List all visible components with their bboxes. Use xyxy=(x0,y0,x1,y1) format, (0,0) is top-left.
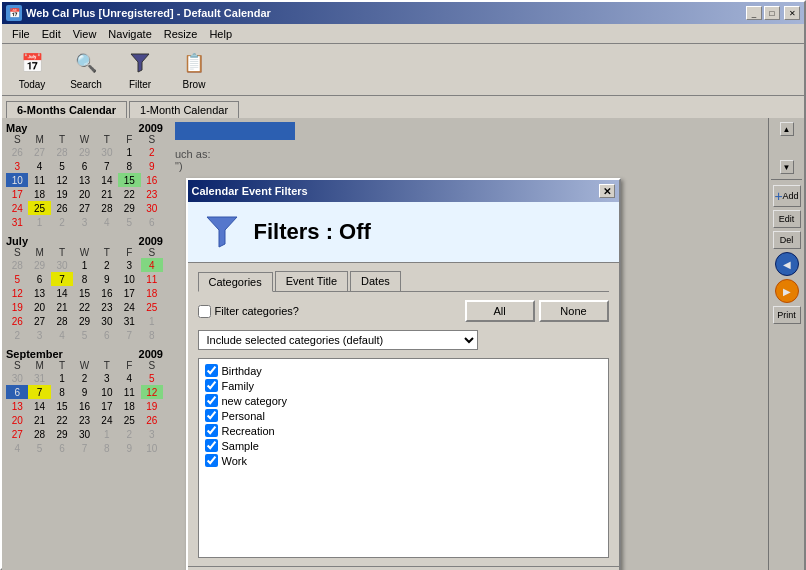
category-item-personal[interactable]: Personal xyxy=(203,408,604,423)
dialog-tab-event-title[interactable]: Event Title xyxy=(275,271,348,291)
dialog-tab-dates[interactable]: Dates xyxy=(350,271,401,291)
window-controls[interactable]: _ □ ✕ xyxy=(746,6,800,20)
tab-bar: 6-Months Calendar 1-Month Calendar xyxy=(2,96,804,118)
filter-row: Filter categories? All None xyxy=(198,300,609,322)
filter-title-text: Filters : Off xyxy=(254,219,371,245)
category-checkbox-new-category[interactable] xyxy=(205,394,218,407)
filter-all-none-buttons: All None xyxy=(465,300,609,322)
search-label: Search xyxy=(70,79,102,90)
toolbar-filter[interactable]: Filter xyxy=(114,47,166,93)
search-icon: 🔍 xyxy=(72,49,100,77)
category-checkbox-family[interactable] xyxy=(205,379,218,392)
category-checkbox-personal[interactable] xyxy=(205,409,218,422)
category-label-new-category: new category xyxy=(222,395,287,407)
category-checkbox-birthday[interactable] xyxy=(205,364,218,377)
menu-view[interactable]: View xyxy=(67,26,103,42)
filter-dialog: Calendar Event Filters ✕ Filters : Off xyxy=(186,178,621,570)
brow-label: Brow xyxy=(183,79,206,90)
dropdown-row: Include selected categories (default) Ex… xyxy=(198,330,609,350)
minimize-button[interactable]: _ xyxy=(746,6,762,20)
dialog-title-bar: Calendar Event Filters ✕ xyxy=(188,180,619,202)
today-icon: 📅 xyxy=(18,49,46,77)
menu-file[interactable]: File xyxy=(6,26,36,42)
category-item-new-category[interactable]: new category xyxy=(203,393,604,408)
category-list[interactable]: Birthday Family new category Person xyxy=(198,358,609,558)
category-filter-dropdown[interactable]: Include selected categories (default) Ex… xyxy=(198,330,478,350)
toolbar-today[interactable]: 📅 Today xyxy=(6,47,58,93)
tab-6months[interactable]: 6-Months Calendar xyxy=(6,101,127,119)
tab-1month[interactable]: 1-Month Calendar xyxy=(129,101,239,118)
category-label-personal: Personal xyxy=(222,410,265,422)
svg-marker-1 xyxy=(207,217,237,247)
category-label-recreation: Recreation xyxy=(222,425,275,437)
title-bar-left: 📅 Web Cal Plus [Unregistered] - Default … xyxy=(6,5,271,21)
app-icon: 📅 xyxy=(6,5,22,21)
category-label-family: Family xyxy=(222,380,254,392)
dialog-tabs: Categories Event Title Dates xyxy=(198,271,609,292)
category-checkbox-recreation[interactable] xyxy=(205,424,218,437)
dialog-title: Calendar Event Filters xyxy=(192,185,308,197)
main-area: May 2009 SMTWTFS 26 27 28 29 30 1 2 xyxy=(2,118,804,570)
menu-bar: File Edit View Navigate Resize Help xyxy=(2,24,804,44)
category-item-recreation[interactable]: Recreation xyxy=(203,423,604,438)
dialog-close-button[interactable]: ✕ xyxy=(599,184,615,198)
menu-edit[interactable]: Edit xyxy=(36,26,67,42)
dialog-footer: Info Clear OK Help xyxy=(188,566,619,570)
funnel-icon xyxy=(202,212,242,252)
category-label-work: Work xyxy=(222,455,247,467)
dialog-body: Categories Event Title Dates Filter cate… xyxy=(188,263,619,566)
category-label-sample: Sample xyxy=(222,440,259,452)
filter-label: Filter xyxy=(129,79,151,90)
category-item-family[interactable]: Family xyxy=(203,378,604,393)
category-label-birthday: Birthday xyxy=(222,365,262,377)
main-window: 📅 Web Cal Plus [Unregistered] - Default … xyxy=(0,0,806,570)
dialog-header: Filters : Off xyxy=(188,202,619,263)
category-item-sample[interactable]: Sample xyxy=(203,438,604,453)
modal-overlay: Calendar Event Filters ✕ Filters : Off xyxy=(2,118,804,570)
filter-all-button[interactable]: All xyxy=(465,300,535,322)
filter-none-button[interactable]: None xyxy=(539,300,609,322)
filter-icon xyxy=(126,49,154,77)
menu-resize[interactable]: Resize xyxy=(158,26,204,42)
menu-help[interactable]: Help xyxy=(203,26,238,42)
category-checkbox-sample[interactable] xyxy=(205,439,218,452)
dialog-tab-categories[interactable]: Categories xyxy=(198,272,273,292)
category-item-work[interactable]: Work xyxy=(203,453,604,468)
window-title: Web Cal Plus [Unregistered] - Default Ca… xyxy=(26,7,271,19)
maximize-button[interactable]: □ xyxy=(764,6,780,20)
filter-categories-checkbox[interactable] xyxy=(198,305,211,318)
title-bar: 📅 Web Cal Plus [Unregistered] - Default … xyxy=(2,2,804,24)
brow-icon: 📋 xyxy=(180,49,208,77)
toolbar-brow[interactable]: 📋 Brow xyxy=(168,47,220,93)
toolbar: 📅 Today 🔍 Search Filter 📋 Brow xyxy=(2,44,804,96)
svg-marker-0 xyxy=(131,54,149,72)
filter-categories-checkbox-label[interactable]: Filter categories? xyxy=(198,305,299,318)
menu-navigate[interactable]: Navigate xyxy=(102,26,157,42)
filter-categories-label: Filter categories? xyxy=(215,305,299,317)
today-label: Today xyxy=(19,79,46,90)
toolbar-search[interactable]: 🔍 Search xyxy=(60,47,112,93)
close-button[interactable]: ✕ xyxy=(784,6,800,20)
category-checkbox-work[interactable] xyxy=(205,454,218,467)
category-item-birthday[interactable]: Birthday xyxy=(203,363,604,378)
